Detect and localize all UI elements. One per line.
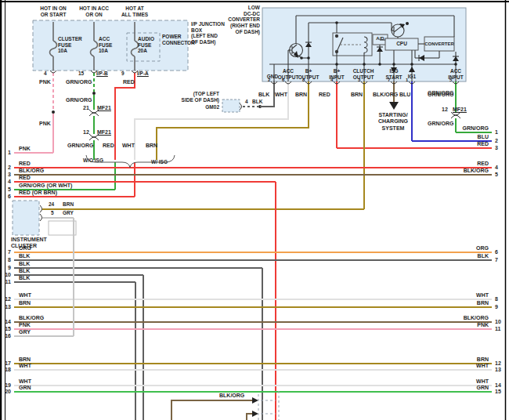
ground-name-label: GM02 xyxy=(172,104,219,110)
wire-color-label: WHT xyxy=(19,292,31,299)
row-number: 11 xyxy=(2,279,11,285)
wire-color-label: GRN/ORG xyxy=(463,125,489,132)
row-number: 8 xyxy=(495,296,498,302)
row-number: 1 xyxy=(495,129,498,136)
wire-color-label: PNK xyxy=(39,121,51,127)
wire-color-label: RED xyxy=(319,92,330,98)
row-number: 8 xyxy=(2,257,11,263)
wire-color-label: BLK/ORG xyxy=(19,168,44,174)
wire-color-label: BLK/ORG xyxy=(464,168,489,174)
with-isg-label: W/ ISG xyxy=(151,159,168,165)
wire-color-label: RED (OR BRN) xyxy=(19,190,57,196)
wire-color-label: WHT xyxy=(19,378,31,385)
wire-color-label: BRN xyxy=(477,357,489,363)
wire-color-label: BLK xyxy=(258,92,269,98)
wire-color-label: GRN/ORG xyxy=(66,97,92,103)
cpu-block-label: CPU xyxy=(385,41,418,47)
row-number: 2 xyxy=(2,165,11,171)
hot-label: HOT IN ACC OR ON xyxy=(70,5,117,17)
wire-color-label: RED xyxy=(19,161,31,167)
wire-color-label: BLK xyxy=(478,253,489,259)
fuse-label: AUDIO FUSE 20A xyxy=(138,36,154,54)
pin-number: 3 xyxy=(358,78,360,83)
row-number: 3 xyxy=(2,172,11,178)
wire-color-label: GRN xyxy=(19,385,31,391)
wire-color-label: WHT xyxy=(19,363,31,369)
connector-name: MF21 xyxy=(97,129,111,136)
row-number: 10 xyxy=(2,272,11,278)
wire-color-label: BLK/ORG xyxy=(19,315,44,321)
wire-color-label: ORG xyxy=(19,245,31,252)
row-number: 4 xyxy=(495,165,498,171)
pin-number: 6 xyxy=(282,78,284,83)
cluster-sub-box xyxy=(49,221,76,235)
wire-color-label: BRN xyxy=(295,92,307,98)
instrument-cluster-box xyxy=(13,201,39,235)
wire-color-label: WHT xyxy=(275,92,287,98)
row-number: 17 xyxy=(2,360,11,367)
wire-color-label: BLK/ORG xyxy=(219,393,244,399)
row-number: 18 xyxy=(2,367,11,373)
row-number: 7 xyxy=(495,257,498,263)
hot-label: HOT IN ON OR START xyxy=(30,5,77,17)
wire-color-label: BRN xyxy=(19,357,31,363)
connector-pin: 12 xyxy=(442,107,448,113)
wire-color-label: PNK xyxy=(19,322,31,328)
pin-number: 5 xyxy=(449,78,452,83)
wire-color-label: PNK xyxy=(477,322,489,328)
wire-color-label: GRN/ORG xyxy=(67,143,93,149)
connector-name: MF21 xyxy=(97,105,111,111)
ground-location-label: (TOP LEFT SIDE OF DASH) xyxy=(172,91,219,103)
pin-number: 9 xyxy=(121,71,125,77)
connector-name: MF21 xyxy=(453,107,467,113)
wire-color-label: RED xyxy=(103,143,114,149)
connector-pin: 21 xyxy=(83,105,89,111)
wire-color-label: RED xyxy=(477,161,489,167)
wire-color-label: PNK xyxy=(39,79,51,85)
row-number: 9 xyxy=(495,304,498,310)
wire-color-label: BLK xyxy=(19,268,30,274)
row-number: 7 xyxy=(2,249,11,255)
wire-color-label: GRY xyxy=(63,210,74,216)
connector-name: I/P-A xyxy=(137,71,149,77)
row-number: 5 xyxy=(2,186,11,193)
row-number: 4 xyxy=(2,179,11,185)
converter-pin-label: CLUTCH OUTPUT xyxy=(348,68,379,80)
row-number: 15 xyxy=(495,389,501,395)
wire-color-label: BLU xyxy=(399,92,410,98)
ground-gm02-box xyxy=(222,100,240,112)
row-number: 20 xyxy=(2,389,11,395)
wire-color-label: BRN xyxy=(351,92,363,98)
wire-color-label: BLK/ORG xyxy=(464,315,489,321)
wire-color-label: WHT xyxy=(476,378,489,385)
wire-color-label: BLK xyxy=(19,275,30,281)
wire-color-label: BLK/ORG xyxy=(373,92,398,98)
wire-color-label: BLK xyxy=(19,261,30,267)
row-number: 2 xyxy=(495,138,498,144)
wire-color-label: BRN xyxy=(477,300,489,306)
pin-number: 8 xyxy=(302,78,305,83)
pin-number: 4 xyxy=(330,78,333,83)
row-number: 13 xyxy=(495,367,501,373)
pin-number: 4 xyxy=(245,99,248,105)
pin-number: 2 xyxy=(268,78,270,83)
wire-color-label: RED xyxy=(19,175,31,181)
wires-colored xyxy=(14,73,492,420)
wire-color-label: BLK xyxy=(252,99,262,105)
wire-color-label: RED xyxy=(123,79,135,85)
wire-color-label: GRN/ORG xyxy=(66,79,92,85)
pin-number: 24 xyxy=(49,201,54,208)
row-number: 6 xyxy=(495,249,498,255)
wiring-diagram-canvas xyxy=(0,0,509,420)
row-number: 10 xyxy=(495,319,501,325)
fuse-label: CLUSTER FUSE 10A xyxy=(58,36,82,54)
wire-color-label: GRN/ORG (OR WHT) xyxy=(19,183,72,189)
wire-color-label: BRN xyxy=(63,201,74,208)
without-isg-label: W/O ISG xyxy=(83,158,103,164)
wire-color-label: BRN xyxy=(146,143,157,149)
wiring-diagram: HOT IN ON OR START HOT IN ACC OR ON HOT … xyxy=(0,0,509,420)
row-number: 3 xyxy=(495,145,498,151)
wire-color-label: BRN xyxy=(19,300,31,306)
row-number: 15 xyxy=(2,326,11,332)
connector-pin: 12 xyxy=(83,129,89,136)
